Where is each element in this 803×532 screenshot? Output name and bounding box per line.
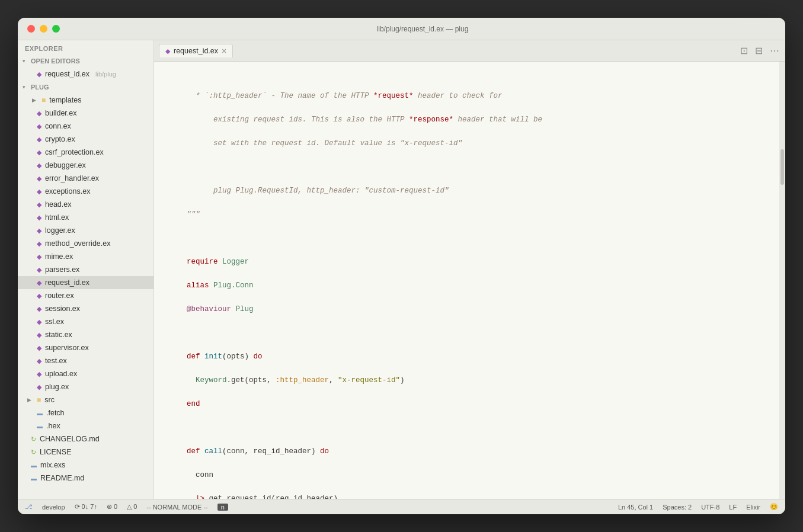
elixir-icon: ◆ (37, 331, 41, 339)
emoji-icon: 😊 (770, 503, 778, 511)
sidebar-item-logger[interactable]: ◆ logger.ex (18, 224, 153, 237)
maximize-button[interactable] (52, 25, 60, 33)
sidebar-item-debugger[interactable]: ◆ debugger.ex (18, 159, 153, 172)
warning-count: △ 0 (127, 503, 137, 511)
tab-elixir-icon: ◆ (165, 47, 170, 55)
sidebar-item-hex[interactable]: ▬ .hex (18, 419, 153, 432)
file-name-method-override: method_override.ex (45, 239, 110, 248)
sidebar-item-mime[interactable]: ◆ mime.ex (18, 250, 153, 263)
file-name-error-handler: error_handler.ex (45, 174, 99, 182)
tab-close-button[interactable]: × (222, 47, 226, 55)
line-number (154, 114, 178, 126)
line-number (154, 398, 178, 410)
split-editor-icon[interactable]: ⊟ (754, 44, 764, 57)
line-number (154, 280, 178, 291)
open-editors-label: OPEN EDITORS (31, 57, 80, 65)
more-actions-icon[interactable]: ⋯ (769, 44, 780, 57)
status-bar-right: Ln 45, Col 1 Spaces: 2 UTF-8 LF Elixir 😊 (618, 503, 778, 511)
elixir-icon: ◆ (37, 214, 41, 222)
line-content: Keyword.get(opts, :http_header, "x-reque… (178, 374, 405, 386)
sidebar-item-request-id[interactable]: ◆ request_id.ex (18, 276, 153, 289)
sidebar-item-router[interactable]: ◆ router.ex (18, 289, 153, 302)
sidebar-item-supervisor[interactable]: ◆ supervisor.ex (18, 341, 153, 354)
line-content: @behaviour Plug (178, 303, 254, 315)
minimize-button[interactable] (40, 25, 47, 33)
code-editor[interactable]: * `:http_header` - The name of the HTTP … (154, 62, 785, 499)
sidebar-item-parsers[interactable]: ◆ parsers.ex (18, 263, 153, 276)
file-name-router: router.ex (45, 291, 74, 300)
sidebar-scroll[interactable]: ▾ OPEN EDITORS ◆ request_id.ex lib/plug … (18, 55, 153, 499)
sidebar-item-method-override[interactable]: ◆ method_override.ex (18, 237, 153, 250)
close-button[interactable] (27, 25, 35, 33)
code-line: conn (154, 469, 779, 481)
sidebar-item-error-handler[interactable]: ◆ error_handler.ex (18, 172, 153, 185)
title-bar: lib/plug/request_id.ex — plug (18, 18, 785, 40)
sidebar-item-conn[interactable]: ◆ conn.ex (18, 120, 153, 133)
sidebar-item-templates[interactable]: ▶ ■ templates (18, 94, 153, 107)
line-number (154, 493, 178, 499)
sidebar-item-mix[interactable]: ▬ mix.exs (18, 459, 153, 472)
sidebar-item-session[interactable]: ◆ session.ex (18, 302, 153, 315)
file-name-hex: .hex (46, 422, 60, 430)
sidebar: EXPLORER ▾ OPEN EDITORS ◆ request_id.ex … (18, 40, 154, 499)
file-name-logger: logger.ex (45, 226, 75, 235)
sidebar-item-builder[interactable]: ◆ builder.ex (18, 107, 153, 120)
code-line: def call(conn, req_id_header) do (154, 446, 779, 457)
file-name-html: html.ex (45, 213, 69, 222)
open-file-request-id[interactable]: ◆ request_id.ex lib/plug (18, 68, 153, 81)
line-content: * `:http_header` - The name of the HTTP … (178, 90, 503, 102)
code-pre: * `:http_header` - The name of the HTTP … (154, 62, 779, 499)
preview-icon[interactable]: ⊡ (739, 44, 749, 57)
open-file-path: lib/plug (95, 70, 116, 78)
readme-icon: ▬ (31, 475, 37, 482)
sidebar-item-changelog[interactable]: ↻ CHANGELOG.md (18, 432, 153, 446)
elixir-icon: ◆ (37, 123, 41, 130)
sidebar-item-csrf[interactable]: ◆ csrf_protection.ex (18, 146, 153, 159)
sidebar-item-test[interactable]: ◆ test.ex (18, 354, 153, 367)
generic-file-icon: ▬ (37, 423, 43, 430)
line-number (154, 256, 178, 268)
elixir-icon: ◆ (37, 70, 41, 78)
editor-tab[interactable]: ◆ request_id.ex × (159, 44, 233, 57)
elixir-icon: ◆ (37, 201, 41, 209)
sidebar-item-src[interactable]: ▶ ■ src (18, 393, 153, 406)
elixir-icon: ◆ (37, 383, 41, 391)
sidebar-item-html[interactable]: ◆ html.ex (18, 211, 153, 224)
line-content: def call(conn, req_id_header) do (178, 446, 329, 457)
plug-section[interactable]: ▾ PLUG (18, 81, 153, 94)
code-content[interactable]: * `:http_header` - The name of the HTTP … (154, 62, 779, 499)
normal-mode-indicator: n (217, 504, 228, 511)
elixir-icon: ◆ (37, 149, 41, 156)
file-name-static: static.ex (45, 331, 72, 339)
file-name-readme: README.md (40, 474, 84, 482)
line-number (154, 469, 178, 481)
scrollbar-thumb[interactable] (780, 149, 784, 185)
explorer-header: EXPLORER (18, 40, 153, 55)
sidebar-item-crypto[interactable]: ◆ crypto.ex (18, 133, 153, 146)
sidebar-item-static[interactable]: ◆ static.ex (18, 328, 153, 341)
sidebar-item-exceptions[interactable]: ◆ exceptions.ex (18, 185, 153, 198)
window-title: lib/plug/request_id.ex — plug (69, 25, 776, 33)
sidebar-item-upload[interactable]: ◆ upload.ex (18, 367, 153, 380)
sidebar-item-license[interactable]: ↻ LICENSE (18, 446, 153, 459)
open-editors-section[interactable]: ▾ OPEN EDITORS (18, 55, 153, 68)
file-name-mix: mix.exs (40, 461, 65, 469)
sidebar-item-fetch[interactable]: ▬ .fetch (18, 406, 153, 419)
sidebar-item-readme[interactable]: ▬ README.md (18, 472, 153, 485)
file-name-fetch: .fetch (46, 409, 65, 417)
sidebar-item-head[interactable]: ◆ head.ex (18, 198, 153, 211)
sidebar-item-ssl[interactable]: ◆ ssl.ex (18, 315, 153, 328)
code-line: def init(opts) do (154, 351, 779, 363)
elixir-icon: ◆ (37, 292, 41, 300)
sidebar-item-plug[interactable]: ◆ plug.ex (18, 380, 153, 393)
folder-icon: ■ (41, 96, 46, 104)
scrollbar-track[interactable] (779, 62, 785, 499)
file-name-mime: mime.ex (45, 252, 73, 261)
chevron-down-icon: ▾ (23, 84, 28, 90)
elixir-icon: ◆ (37, 188, 41, 196)
elixir-icon: ◆ (37, 266, 41, 274)
code-line (154, 161, 779, 173)
editor-mode: -- NORMAL MODE -- (146, 504, 207, 511)
folder-name-src: src (44, 396, 55, 404)
code-line: existing request ids. This is also the H… (154, 114, 779, 126)
